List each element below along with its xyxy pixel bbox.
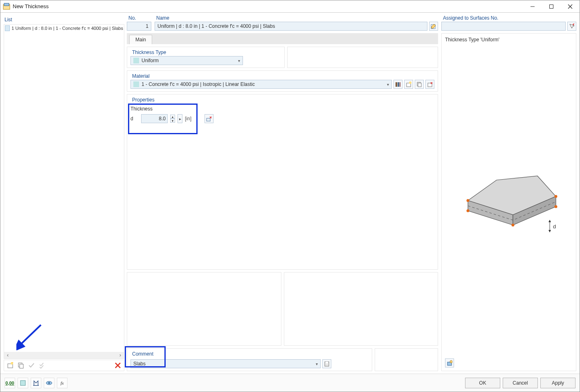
empty-panel bbox=[375, 348, 438, 371]
thickness-preview-icon: d bbox=[452, 160, 566, 250]
comment-label: Comment bbox=[130, 351, 369, 358]
material-new-button[interactable] bbox=[404, 80, 413, 89]
name-label: Name bbox=[155, 15, 438, 22]
thickness-spinner[interactable]: ▲▼ bbox=[170, 115, 175, 123]
material-delete-button[interactable] bbox=[425, 80, 434, 89]
list-toolbar bbox=[4, 360, 124, 371]
thickness-step-button[interactable]: ▸ bbox=[178, 114, 182, 123]
svg-rect-30 bbox=[326, 362, 328, 363]
delete-item-button[interactable] bbox=[113, 361, 122, 370]
apply-button[interactable]: Apply bbox=[540, 378, 576, 388]
color-button[interactable] bbox=[18, 378, 28, 388]
scroll-left-icon[interactable]: ‹ bbox=[4, 352, 11, 358]
svg-rect-26 bbox=[207, 118, 210, 121]
minimize-button[interactable] bbox=[523, 0, 542, 13]
chevron-down-icon: ▾ bbox=[238, 59, 240, 63]
structure-icon-button[interactable] bbox=[31, 378, 41, 388]
thickness-type-label: Thickness Type bbox=[130, 50, 281, 56]
pick-surfaces-button[interactable] bbox=[567, 22, 576, 31]
number-field[interactable]: 1 bbox=[127, 22, 151, 31]
check-button bbox=[27, 361, 36, 370]
preview-title: Thickness Type 'Uniform' bbox=[445, 37, 573, 43]
empty-panel bbox=[127, 272, 281, 346]
list-header: List bbox=[4, 15, 124, 24]
spin-down-icon[interactable]: ▼ bbox=[170, 119, 175, 123]
app-icon bbox=[3, 3, 10, 10]
svg-line-6 bbox=[20, 325, 41, 345]
svg-point-32 bbox=[467, 210, 470, 212]
svg-point-35 bbox=[555, 205, 558, 208]
svg-rect-22 bbox=[418, 83, 421, 87]
thickness-type-select[interactable]: Uniform ▾ bbox=[130, 56, 243, 65]
spin-up-icon[interactable]: ▲ bbox=[170, 115, 175, 119]
svg-point-33 bbox=[512, 224, 515, 227]
material-label: Material bbox=[130, 73, 434, 80]
title-bar: New Thickness bbox=[0, 0, 580, 13]
svg-point-43 bbox=[48, 382, 50, 384]
color-swatch-icon bbox=[133, 58, 139, 63]
window-title: New Thickness bbox=[13, 3, 523, 9]
properties-label: Properties bbox=[130, 97, 434, 104]
thickness-sublabel: Thickness bbox=[130, 106, 214, 112]
cancel-button[interactable]: Cancel bbox=[503, 378, 538, 388]
svg-rect-18 bbox=[400, 82, 400, 87]
tab-main[interactable]: Main bbox=[129, 35, 152, 44]
list-body[interactable]: 1 Uniform | d : 8.0 in | 1 - Concrete f'… bbox=[4, 24, 124, 359]
material-copy-button[interactable] bbox=[415, 80, 424, 89]
svg-rect-16 bbox=[396, 82, 397, 87]
scroll-right-icon[interactable]: › bbox=[117, 352, 124, 358]
chevron-down-icon: ▾ bbox=[387, 82, 389, 87]
color-swatch-icon bbox=[133, 81, 139, 87]
ok-button[interactable]: OK bbox=[465, 378, 500, 388]
view-button[interactable] bbox=[44, 378, 54, 388]
preview-panel: Thickness Type 'Uniform' bbox=[441, 33, 576, 371]
tab-bar: Main bbox=[127, 33, 438, 44]
svg-point-34 bbox=[555, 195, 558, 198]
thickness-symbol: d bbox=[130, 116, 139, 122]
close-button[interactable] bbox=[561, 0, 580, 13]
units-button[interactable]: 0,00 bbox=[4, 378, 15, 388]
comment-select[interactable]: Slabs ▾ bbox=[130, 359, 321, 368]
thickness-pick-button[interactable] bbox=[205, 114, 214, 123]
svg-rect-3 bbox=[550, 5, 553, 8]
edit-name-button[interactable] bbox=[429, 22, 438, 31]
list-item[interactable]: 1 Uniform | d : 8.0 in | 1 - Concrete f'… bbox=[4, 25, 124, 32]
svg-rect-10 bbox=[20, 364, 23, 368]
name-field[interactable]: Uniform | d : 8.0 in | 1 - Concrete f'c … bbox=[155, 22, 427, 31]
horizontal-scrollbar[interactable]: ‹ › bbox=[4, 352, 124, 358]
dialog-footer: 0,00 fx OK Cancel Apply bbox=[0, 374, 580, 392]
comment-save-button[interactable] bbox=[322, 359, 331, 368]
svg-point-20 bbox=[409, 81, 411, 84]
maximize-button[interactable] bbox=[542, 0, 561, 13]
svg-rect-1 bbox=[4, 3, 9, 6]
thickness-swatch-icon bbox=[5, 25, 10, 31]
svg-rect-17 bbox=[398, 82, 399, 87]
svg-point-8 bbox=[11, 362, 13, 365]
chevron-down-icon: ▾ bbox=[316, 362, 318, 366]
number-label: No. bbox=[127, 15, 151, 22]
svg-text:d: d bbox=[553, 223, 556, 230]
assigned-label: Assigned to Surfaces No. bbox=[441, 15, 576, 22]
thickness-value-input[interactable]: 8.0 bbox=[141, 114, 168, 123]
annotation-arrow-icon bbox=[16, 322, 45, 350]
thickness-unit: [in] bbox=[185, 116, 191, 122]
material-library-button[interactable] bbox=[393, 80, 402, 89]
function-button[interactable]: fx bbox=[57, 378, 67, 388]
assigned-field[interactable] bbox=[441, 22, 566, 31]
copy-item-button[interactable] bbox=[16, 361, 25, 370]
svg-point-31 bbox=[467, 199, 470, 202]
empty-panel bbox=[284, 272, 438, 346]
material-select[interactable]: 1 - Concrete f'c = 4000 psi | Isotropic … bbox=[130, 80, 392, 89]
check-all-button bbox=[38, 361, 47, 370]
new-item-button[interactable] bbox=[6, 361, 15, 370]
svg-point-39 bbox=[450, 360, 452, 363]
preview-options-button[interactable] bbox=[445, 358, 454, 367]
list-item-label: 1 Uniform | d : 8.0 in | 1 - Concrete f'… bbox=[11, 26, 123, 31]
svg-rect-40 bbox=[20, 381, 25, 385]
